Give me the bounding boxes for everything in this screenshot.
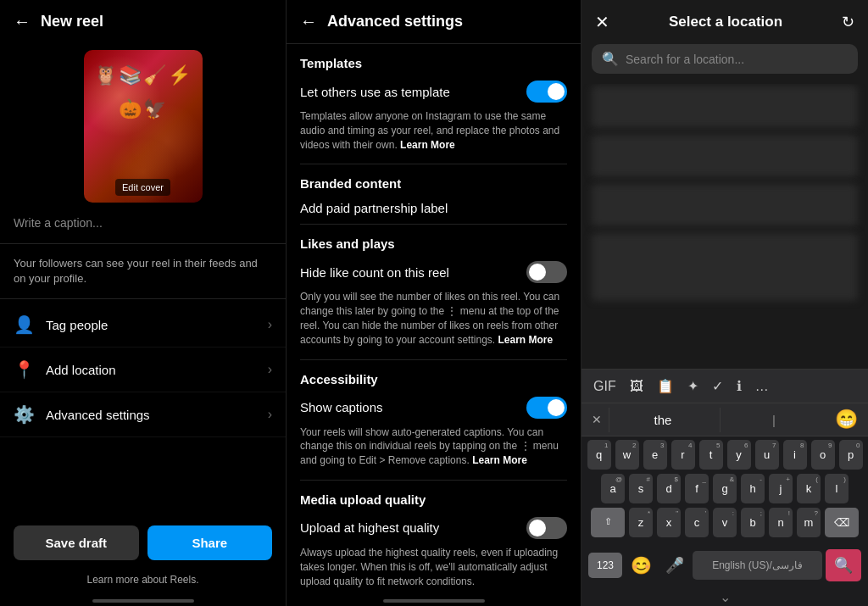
location-result-4[interactable]	[592, 233, 858, 301]
suggestion-bar: ✕ the | 😁	[581, 403, 868, 436]
search-icon: 🔍	[602, 51, 619, 67]
keyboard: GIF 🖼 📋 ✦ ✓ ℹ … ✕ the | 😁 q1 w2 e3 r4 t5…	[581, 369, 868, 606]
hide-like-count-toggle[interactable]	[526, 261, 567, 283]
advanced-settings-panel: ← Advanced settings Templates Let others…	[287, 0, 581, 606]
select-location-panel: ✕ Select a location ↻ 🔍 Search for a loc…	[581, 0, 868, 606]
show-captions-toggle[interactable]	[526, 397, 567, 419]
divider-1	[0, 243, 286, 244]
bottom-buttons: Save draft Share	[0, 512, 286, 574]
suggestion-close[interactable]: ✕	[588, 409, 605, 430]
key-k[interactable]: k(	[797, 474, 821, 503]
key-d[interactable]: d$	[657, 474, 681, 503]
new-reel-header: ← New reel	[0, 0, 286, 43]
key-shift[interactable]: ⇧	[591, 508, 625, 537]
suggestion-the[interactable]: the	[609, 408, 716, 432]
key-i[interactable]: i8	[783, 440, 807, 470]
key-l[interactable]: l)	[825, 474, 849, 503]
templates-learn-more[interactable]: Learn More	[400, 139, 455, 151]
key-h[interactable]: h-	[741, 474, 765, 503]
media-quality-label: Media upload quality	[300, 492, 567, 507]
key-g[interactable]: g&	[713, 474, 737, 503]
key-o[interactable]: o9	[811, 440, 835, 470]
key-c[interactable]: c'	[685, 508, 709, 537]
key-y[interactable]: y6	[727, 440, 751, 470]
sep-1	[300, 164, 567, 164]
key-r[interactable]: r4	[671, 440, 695, 470]
share-button[interactable]: Share	[147, 525, 273, 560]
close-button[interactable]: ✕	[595, 12, 609, 32]
key-search[interactable]: 🔍	[826, 549, 861, 581]
add-location-item[interactable]: 📍 Add location ›	[0, 347, 286, 392]
advanced-settings-icon: ⚙️	[14, 404, 34, 425]
location-result-1[interactable]	[592, 86, 858, 128]
suggestion-cursor[interactable]: |	[720, 408, 827, 432]
location-title: Select a location	[669, 14, 782, 31]
back-button[interactable]: ←	[14, 12, 31, 31]
key-emoji[interactable]: 😊	[626, 548, 657, 582]
key-q[interactable]: q1	[587, 440, 611, 470]
key-s[interactable]: s#	[629, 474, 653, 503]
search-bar[interactable]: 🔍 Search for a location...	[592, 44, 858, 74]
advanced-back-button[interactable]: ←	[300, 12, 317, 31]
caption-input[interactable]: Write a caption...	[0, 213, 286, 240]
key-row-3: ⇧ z* x" c' v: b; n! m? ⌫	[585, 508, 865, 537]
captions-learn-more[interactable]: Learn More	[472, 454, 527, 466]
sep-4	[300, 480, 567, 481]
add-location-icon: 📍	[14, 359, 34, 380]
key-m[interactable]: m?	[797, 508, 821, 537]
add-location-label: Add location	[46, 363, 256, 377]
key-x[interactable]: x"	[657, 508, 681, 537]
divider-2	[0, 298, 286, 299]
key-space[interactable]: English (US)/فارسی	[693, 551, 822, 580]
key-w[interactable]: w2	[615, 440, 639, 470]
refresh-icon[interactable]: ↻	[842, 13, 854, 31]
upload-quality-desc: Always upload the highest quality reels,…	[300, 546, 567, 588]
key-numbers[interactable]: 123	[588, 553, 622, 578]
info-button[interactable]: ℹ	[732, 375, 747, 398]
gif-button[interactable]: GIF	[588, 375, 621, 398]
advanced-settings-chevron: ›	[268, 407, 272, 422]
keyboard-hide-button[interactable]: ⌄	[581, 587, 868, 606]
keyboard-bottom-row: 123 😊 🎤 English (US)/فارسی 🔍	[581, 545, 868, 587]
reel-thumbnail[interactable]: Edit cover	[84, 50, 203, 203]
sep-2	[300, 224, 567, 225]
sparkle-button[interactable]: ✦	[682, 375, 704, 398]
sep-3	[300, 359, 567, 360]
key-n[interactable]: n!	[769, 508, 793, 537]
key-z[interactable]: z*	[629, 508, 653, 537]
keyboard-toolbar: GIF 🖼 📋 ✦ ✓ ℹ …	[581, 370, 868, 403]
suggestion-emoji[interactable]: 😁	[831, 405, 861, 434]
key-backspace[interactable]: ⌫	[825, 508, 859, 537]
tag-people-label: Tag people	[46, 318, 256, 332]
key-u[interactable]: u7	[755, 440, 779, 470]
tag-people-item[interactable]: 👤 Tag people ›	[0, 303, 286, 347]
more-button[interactable]: …	[750, 375, 774, 398]
save-draft-button[interactable]: Save draft	[14, 525, 139, 560]
clipboard-button[interactable]: 📋	[652, 375, 679, 398]
let-others-template-toggle[interactable]	[526, 81, 567, 103]
key-t[interactable]: t5	[699, 440, 723, 470]
key-v[interactable]: v:	[713, 508, 737, 537]
upload-highest-quality-toggle[interactable]	[526, 517, 567, 539]
check-button[interactable]: ✓	[707, 375, 728, 398]
location-results	[581, 84, 868, 369]
location-result-3[interactable]	[592, 184, 858, 226]
image-button[interactable]: 🖼	[625, 375, 648, 398]
learn-more-link[interactable]: Learn more about Reels.	[0, 574, 286, 596]
key-mic[interactable]: 🎤	[660, 549, 689, 581]
edit-cover-label[interactable]: Edit cover	[115, 179, 170, 196]
key-e[interactable]: e3	[643, 440, 667, 470]
add-paid-partnership-row[interactable]: Add paid partnership label	[300, 201, 567, 215]
likes-learn-more[interactable]: Learn More	[498, 334, 553, 346]
key-f[interactable]: f_	[685, 474, 709, 503]
location-result-2[interactable]	[592, 135, 858, 177]
key-b[interactable]: b;	[741, 508, 765, 537]
upload-highest-quality-row: Upload at highest quality	[300, 517, 567, 539]
hide-like-count-row: Hide like count on this reel	[300, 261, 567, 283]
key-a[interactable]: a@	[601, 474, 625, 503]
add-paid-partnership-name: Add paid partnership label	[300, 201, 448, 215]
key-p[interactable]: p0	[839, 440, 863, 470]
advanced-settings-item[interactable]: ⚙️ Advanced settings ›	[0, 392, 286, 437]
key-j[interactable]: j+	[769, 474, 793, 503]
tag-people-icon: 👤	[14, 314, 34, 335]
